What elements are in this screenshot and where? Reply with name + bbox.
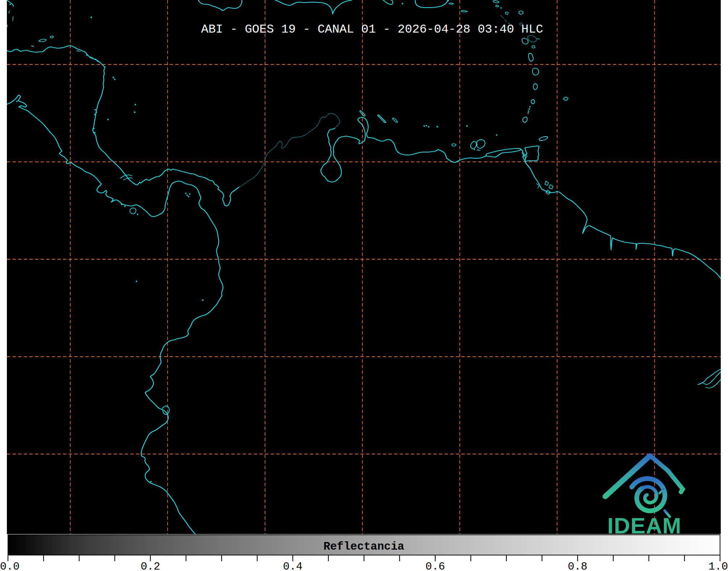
svg-text:0.8: 0.8 (568, 560, 588, 571)
svg-text:0.4: 0.4 (283, 560, 303, 571)
svg-text:Reflectancia: Reflectancia (323, 540, 404, 553)
svg-text:0.0: 0.0 (0, 560, 20, 571)
svg-text:IDEAM: IDEAM (607, 513, 682, 538)
svg-text:ABI - GOES 19 - CANAL 01 - 202: ABI - GOES 19 - CANAL 01 - 2026-04-28 03… (201, 22, 543, 36)
svg-text:0.2: 0.2 (140, 560, 160, 571)
svg-text:0.6: 0.6 (425, 560, 445, 571)
svg-text:1.0: 1.0 (708, 560, 728, 571)
